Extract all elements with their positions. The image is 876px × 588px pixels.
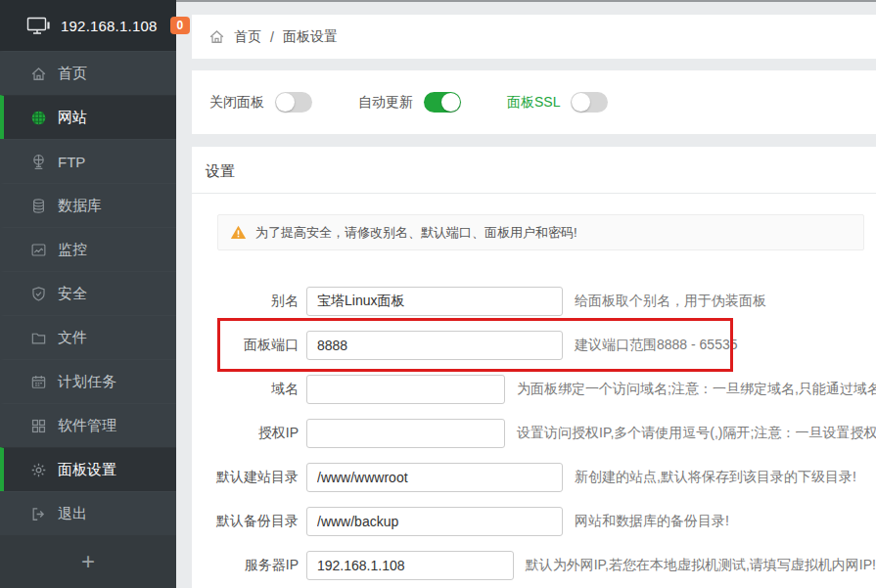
auth-ip-input[interactable] (306, 419, 505, 448)
sidebar-header: 192.168.1.108 0 (0, 0, 176, 51)
site-dir-hint: 新创建的站点,默认将保存到该目录的下级目录! (575, 469, 856, 486)
site-dir-input[interactable] (306, 463, 563, 492)
folder-icon (29, 329, 47, 346)
sidebar-item-sites[interactable]: 网站 (0, 95, 176, 139)
monitor-icon (29, 241, 47, 258)
domain-hint: 为面板绑定一个访问域名;注意：一旦绑定域名,只能通过域名访问面板! (517, 381, 876, 398)
sidebar-menu: 首页 网站 FTP 数据库 监控 安全 文件 (0, 51, 176, 535)
breadcrumb-current: 面板设置 (283, 28, 338, 46)
toggle-switch-auto-update[interactable] (424, 92, 461, 113)
domain-input[interactable] (306, 375, 505, 404)
warning-icon (230, 224, 247, 241)
switch-knob (572, 93, 590, 112)
calendar-icon (29, 373, 47, 390)
toggle-switch-panel-ssl[interactable] (571, 92, 608, 113)
form-row-port: 面板端口 建议端口范围8888 - 65535 (192, 323, 876, 367)
security-warning-text: 为了提高安全，请修改别名、默认端口、面板用户和密码! (255, 224, 577, 242)
auth-ip-hint: 设置访问授权IP,多个请使用逗号(,)隔开;注意：一旦设置授权IP,只能通过指定… (517, 425, 876, 442)
backup-dir-label: 默认备份目录 (192, 513, 299, 530)
globe-icon (29, 109, 47, 126)
security-warning: 为了提高安全，请修改别名、默认端口、面板用户和密码! (217, 214, 864, 250)
panel-toggles-bar: 关闭面板 自动更新 面板SSL (192, 70, 876, 134)
breadcrumb-separator: / (270, 29, 274, 45)
sidebar-item-database[interactable]: 数据库 (0, 183, 176, 227)
sidebar-item-label: 文件 (58, 329, 87, 347)
breadcrumb-home-link[interactable]: 首页 (234, 28, 261, 46)
sidebar-item-files[interactable]: 文件 (0, 315, 176, 359)
form-row-auth-ip: 授权IP 设置访问授权IP,多个请使用逗号(,)隔开;注意：一旦设置授权IP,只… (192, 411, 876, 455)
sidebar-item-label: 面板设置 (58, 461, 116, 479)
settings-card: 设置 为了提高安全，请修改别名、默认端口、面板用户和密码! 别名 给面板取个别名… (192, 147, 876, 588)
gear-icon (29, 461, 47, 478)
toggle-group-close-panel: 关闭面板 (209, 92, 312, 113)
toggle-label-auto-update: 自动更新 (358, 94, 413, 112)
alias-input[interactable] (306, 287, 563, 316)
sidebar-item-logout[interactable]: 退出 (0, 491, 176, 535)
main-content: 首页 / 面板设置 关闭面板 自动更新 面板SSL 设置 为了提高安全，请修改别… (176, 0, 876, 588)
database-icon (29, 197, 47, 214)
sidebar-item-ftp[interactable]: FTP (0, 139, 176, 183)
breadcrumb-home-icon (208, 28, 225, 45)
server-ip-hint: 默认为外网IP,若您在本地虚拟机测试,请填写虚拟机内网IP! (526, 557, 876, 574)
alias-label: 别名 (192, 293, 299, 310)
sidebar-item-label: 退出 (58, 505, 87, 523)
sidebar-item-monitor[interactable]: 监控 (0, 227, 176, 271)
grid-icon (29, 417, 47, 434)
server-ip-input[interactable] (306, 551, 514, 580)
switch-knob (276, 93, 295, 112)
toggle-switch-close-panel[interactable] (275, 92, 312, 113)
sidebar-item-label: 安全 (58, 285, 87, 303)
form-row-alias: 别名 给面板取个别名，用于伪装面板 (192, 279, 876, 323)
sidebar-item-label: 首页 (58, 65, 87, 83)
alias-hint: 给面板取个别名，用于伪装面板 (575, 293, 766, 310)
shield-icon (29, 285, 47, 302)
sidebar-item-security[interactable]: 安全 (0, 271, 176, 315)
port-hint: 建议端口范围8888 - 65535 (575, 337, 738, 354)
sidebar-item-label: 网站 (58, 109, 87, 127)
port-input[interactable] (306, 331, 563, 360)
toggle-label-panel-ssl: 面板SSL (507, 94, 560, 112)
auth-ip-label: 授权IP (192, 425, 299, 442)
server-ip-label: 192.168.1.108 (61, 18, 158, 34)
server-monitor-icon (26, 16, 52, 35)
backup-dir-hint: 网站和数据库的备份目录! (575, 513, 729, 530)
backup-dir-input[interactable] (306, 507, 563, 536)
sidebar-item-home[interactable]: 首页 (0, 51, 176, 95)
form-row-site-dir: 默认建站目录 新创建的站点,默认将保存到该目录的下级目录! (192, 455, 876, 499)
sidebar-item-settings[interactable]: 面板设置 (0, 447, 176, 491)
breadcrumb: 首页 / 面板设置 (192, 15, 876, 59)
site-dir-label: 默认建站目录 (192, 469, 299, 486)
settings-form: 别名 给面板取个别名，用于伪装面板 面板端口 建议端口范围8888 - 6553… (192, 279, 876, 587)
toggle-group-auto-update: 自动更新 (358, 92, 461, 113)
sidebar-item-label: 监控 (58, 241, 87, 259)
form-row-server-ip: 服务器IP 默认为外网IP,若您在本地虚拟机测试,请填写虚拟机内网IP! (192, 543, 876, 587)
form-row-domain: 域名 为面板绑定一个访问域名;注意：一旦绑定域名,只能通过域名访问面板! (192, 367, 876, 411)
server-ip-label: 服务器IP (192, 557, 299, 574)
sidebar: 192.168.1.108 0 首页 网站 FTP 数据库 监控 (0, 0, 176, 588)
settings-title: 设置 (192, 147, 876, 194)
port-label: 面板端口 (192, 337, 299, 354)
home-icon (29, 65, 47, 82)
sidebar-item-label: 软件管理 (58, 417, 116, 435)
logout-icon (29, 505, 47, 522)
switch-knob (441, 93, 460, 112)
sidebar-add-button[interactable]: + (0, 535, 176, 588)
sidebar-item-label: 计划任务 (58, 373, 116, 391)
sidebar-item-label: 数据库 (58, 197, 102, 215)
sidebar-item-cron[interactable]: 计划任务 (0, 359, 176, 403)
sidebar-item-software[interactable]: 软件管理 (0, 403, 176, 447)
domain-label: 域名 (192, 381, 299, 398)
ftp-icon (29, 153, 47, 170)
toggle-group-panel-ssl: 面板SSL (507, 92, 608, 113)
form-row-backup-dir: 默认备份目录 网站和数据库的备份目录! (192, 499, 876, 543)
sidebar-item-label: FTP (58, 154, 85, 170)
toggle-label-close-panel: 关闭面板 (209, 94, 264, 112)
